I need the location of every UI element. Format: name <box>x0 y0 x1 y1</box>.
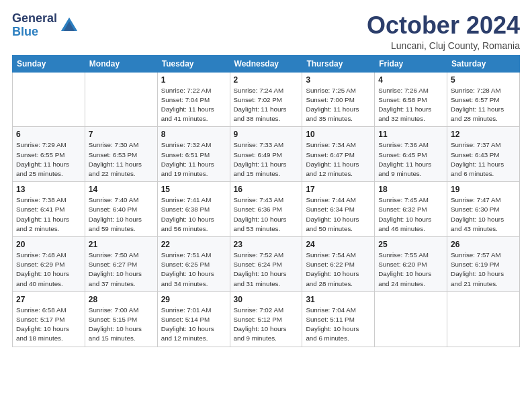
calendar-cell: 1Sunrise: 7:22 AMSunset: 7:04 PMDaylight… <box>157 72 230 127</box>
calendar-cell: 24Sunrise: 7:54 AMSunset: 6:22 PMDayligh… <box>302 237 375 292</box>
header: General Blue October 2024 Luncani, Cluj … <box>12 12 520 51</box>
day-info: Sunrise: 7:33 AMSunset: 6:49 PMDaylight:… <box>234 140 299 179</box>
day-of-week-header: Friday <box>375 55 447 72</box>
day-number: 21 <box>89 240 154 249</box>
day-info: Sunrise: 7:34 AMSunset: 6:47 PMDaylight:… <box>306 140 371 179</box>
calendar-cell: 12Sunrise: 7:37 AMSunset: 6:43 PMDayligh… <box>447 127 520 182</box>
day-info: Sunrise: 7:50 AMSunset: 6:27 PMDaylight:… <box>89 250 154 289</box>
day-info: Sunrise: 7:41 AMSunset: 6:38 PMDaylight:… <box>161 195 226 234</box>
day-info: Sunrise: 7:29 AMSunset: 6:55 PMDaylight:… <box>16 140 81 179</box>
day-number: 2 <box>234 75 299 85</box>
day-info: Sunrise: 7:32 AMSunset: 6:51 PMDaylight:… <box>161 140 226 179</box>
calendar-cell: 22Sunrise: 7:51 AMSunset: 6:25 PMDayligh… <box>157 237 230 292</box>
calendar-cell: 31Sunrise: 7:04 AMSunset: 5:11 PMDayligh… <box>302 291 375 347</box>
day-of-week-header: Monday <box>85 55 157 72</box>
day-number: 1 <box>161 75 226 85</box>
day-info: Sunrise: 7:00 AMSunset: 5:15 PMDaylight:… <box>89 306 154 344</box>
logo-general: General <box>12 11 57 25</box>
month-title: October 2024 <box>367 12 520 39</box>
day-number: 7 <box>89 130 154 139</box>
day-number: 8 <box>161 130 226 139</box>
calendar-cell: 15Sunrise: 7:41 AMSunset: 6:38 PMDayligh… <box>157 182 230 237</box>
day-info: Sunrise: 7:37 AMSunset: 6:43 PMDaylight:… <box>451 140 516 179</box>
day-of-week-header: Wednesday <box>230 55 302 72</box>
day-info: Sunrise: 7:44 AMSunset: 6:34 PMDaylight:… <box>306 195 371 234</box>
day-number: 20 <box>16 240 81 249</box>
logo-blue: Blue <box>12 25 38 38</box>
day-info: Sunrise: 7:38 AMSunset: 6:41 PMDaylight:… <box>16 195 81 234</box>
calendar-cell: 20Sunrise: 7:48 AMSunset: 6:29 PMDayligh… <box>13 237 85 292</box>
day-number: 18 <box>378 185 443 194</box>
day-of-week-header: Tuesday <box>157 55 230 72</box>
calendar-cell: 3Sunrise: 7:25 AMSunset: 7:00 PMDaylight… <box>302 72 375 127</box>
day-number: 27 <box>16 295 81 304</box>
day-info: Sunrise: 7:54 AMSunset: 6:22 PMDaylight:… <box>306 250 371 289</box>
day-info: Sunrise: 7:26 AMSunset: 6:58 PMDaylight:… <box>378 86 443 124</box>
day-info: Sunrise: 7:43 AMSunset: 6:36 PMDaylight:… <box>234 195 299 234</box>
calendar-cell: 4Sunrise: 7:26 AMSunset: 6:58 PMDaylight… <box>375 72 447 127</box>
day-info: Sunrise: 6:58 AMSunset: 5:17 PMDaylight:… <box>16 306 81 344</box>
calendar-week-row: 13Sunrise: 7:38 AMSunset: 6:41 PMDayligh… <box>13 182 520 237</box>
calendar-week-row: 20Sunrise: 7:48 AMSunset: 6:29 PMDayligh… <box>13 237 520 292</box>
day-info: Sunrise: 7:47 AMSunset: 6:30 PMDaylight:… <box>451 195 516 234</box>
day-number: 10 <box>306 130 371 139</box>
day-info: Sunrise: 7:30 AMSunset: 6:53 PMDaylight:… <box>89 140 154 179</box>
calendar-cell: 13Sunrise: 7:38 AMSunset: 6:41 PMDayligh… <box>13 182 85 237</box>
day-info: Sunrise: 7:45 AMSunset: 6:32 PMDaylight:… <box>378 195 443 234</box>
day-info: Sunrise: 7:02 AMSunset: 5:12 PMDaylight:… <box>234 306 299 344</box>
day-info: Sunrise: 7:52 AMSunset: 6:24 PMDaylight:… <box>234 250 299 289</box>
day-of-week-header: Saturday <box>447 55 520 72</box>
day-info: Sunrise: 7:57 AMSunset: 6:19 PMDaylight:… <box>451 250 516 289</box>
calendar-cell: 14Sunrise: 7:40 AMSunset: 6:40 PMDayligh… <box>85 182 157 237</box>
day-info: Sunrise: 7:55 AMSunset: 6:20 PMDaylight:… <box>378 250 443 289</box>
day-info: Sunrise: 7:01 AMSunset: 5:14 PMDaylight:… <box>161 306 226 344</box>
day-info: Sunrise: 7:25 AMSunset: 7:00 PMDaylight:… <box>306 86 371 124</box>
day-number: 6 <box>16 130 81 139</box>
calendar-cell <box>13 72 85 127</box>
day-info: Sunrise: 7:28 AMSunset: 6:57 PMDaylight:… <box>451 86 516 124</box>
calendar-cell: 26Sunrise: 7:57 AMSunset: 6:19 PMDayligh… <box>447 237 520 292</box>
calendar-cell: 5Sunrise: 7:28 AMSunset: 6:57 PMDaylight… <box>447 72 520 127</box>
day-info: Sunrise: 7:40 AMSunset: 6:40 PMDaylight:… <box>89 195 154 234</box>
calendar-cell: 11Sunrise: 7:36 AMSunset: 6:45 PMDayligh… <box>375 127 447 182</box>
day-number: 13 <box>16 185 81 194</box>
calendar-cell: 27Sunrise: 6:58 AMSunset: 5:17 PMDayligh… <box>13 291 85 347</box>
calendar-cell: 9Sunrise: 7:33 AMSunset: 6:49 PMDaylight… <box>230 127 302 182</box>
day-info: Sunrise: 7:24 AMSunset: 7:02 PMDaylight:… <box>234 86 299 124</box>
calendar-cell: 2Sunrise: 7:24 AMSunset: 7:02 PMDaylight… <box>230 72 302 127</box>
day-number: 9 <box>234 130 299 139</box>
calendar-cell: 6Sunrise: 7:29 AMSunset: 6:55 PMDaylight… <box>13 127 85 182</box>
calendar-cell: 17Sunrise: 7:44 AMSunset: 6:34 PMDayligh… <box>302 182 375 237</box>
page: General Blue October 2024 Luncani, Cluj … <box>0 0 532 411</box>
calendar: SundayMondayTuesdayWednesdayThursdayFrid… <box>12 55 520 347</box>
day-number: 15 <box>161 185 226 194</box>
day-number: 5 <box>451 75 516 85</box>
day-number: 12 <box>451 130 516 139</box>
day-number: 25 <box>378 240 443 249</box>
calendar-cell <box>447 291 520 347</box>
day-info: Sunrise: 7:36 AMSunset: 6:45 PMDaylight:… <box>378 140 443 179</box>
day-number: 28 <box>89 295 154 304</box>
day-of-week-header: Thursday <box>302 55 375 72</box>
calendar-cell: 28Sunrise: 7:00 AMSunset: 5:15 PMDayligh… <box>85 291 157 347</box>
calendar-cell: 25Sunrise: 7:55 AMSunset: 6:20 PMDayligh… <box>375 237 447 292</box>
calendar-cell: 30Sunrise: 7:02 AMSunset: 5:12 PMDayligh… <box>230 291 302 347</box>
calendar-week-row: 6Sunrise: 7:29 AMSunset: 6:55 PMDaylight… <box>13 127 520 182</box>
day-number: 22 <box>161 240 226 249</box>
calendar-cell: 7Sunrise: 7:30 AMSunset: 6:53 PMDaylight… <box>85 127 157 182</box>
calendar-cell: 21Sunrise: 7:50 AMSunset: 6:27 PMDayligh… <box>85 237 157 292</box>
logo-icon <box>60 16 79 35</box>
calendar-cell: 18Sunrise: 7:45 AMSunset: 6:32 PMDayligh… <box>375 182 447 237</box>
calendar-cell: 29Sunrise: 7:01 AMSunset: 5:14 PMDayligh… <box>157 291 230 347</box>
calendar-header-row: SundayMondayTuesdayWednesdayThursdayFrid… <box>13 55 520 72</box>
day-info: Sunrise: 7:48 AMSunset: 6:29 PMDaylight:… <box>16 250 81 289</box>
calendar-cell <box>375 291 447 347</box>
day-number: 11 <box>378 130 443 139</box>
calendar-cell: 10Sunrise: 7:34 AMSunset: 6:47 PMDayligh… <box>302 127 375 182</box>
day-number: 30 <box>234 295 299 304</box>
calendar-cell <box>85 72 157 127</box>
calendar-week-row: 1Sunrise: 7:22 AMSunset: 7:04 PMDaylight… <box>13 72 520 127</box>
logo: General Blue <box>12 12 79 39</box>
day-number: 14 <box>89 185 154 194</box>
day-number: 3 <box>306 75 371 85</box>
